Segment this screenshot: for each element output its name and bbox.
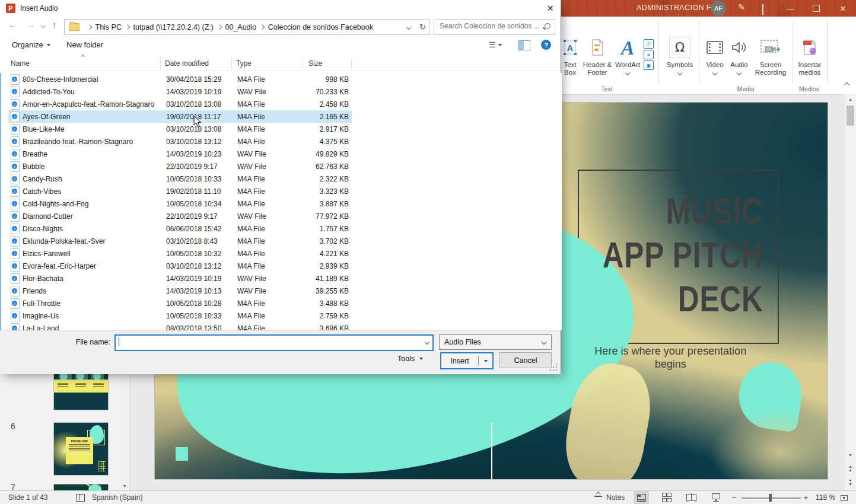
help-button[interactable]: ? <box>541 40 551 50</box>
breadcrumb-current-folder[interactable]: Coleccion de sonidos Facebook <box>268 23 373 31</box>
file-name-dropdown-icon[interactable] <box>425 340 429 344</box>
wordart-button[interactable]: A WordArt <box>613 36 642 76</box>
recent-locations-icon[interactable] <box>41 23 46 28</box>
text-box-button[interactable]: A Text Box <box>559 36 581 76</box>
normal-view-button[interactable] <box>634 491 649 504</box>
scroll-up-icon[interactable]: ▲ <box>845 94 856 104</box>
column-header-type[interactable]: Type <box>236 59 252 68</box>
file-row[interactable]: ♪Friends14/03/2019 10:13WAV File39.255 K… <box>1 285 562 297</box>
file-row[interactable]: ♪Blue-Like-Me03/10/2018 13:08M4A File2.9… <box>1 123 562 135</box>
header-footer-button[interactable]: Header & Footer <box>583 36 612 76</box>
zoom-in-button[interactable]: + <box>803 492 809 502</box>
avatar[interactable]: AF <box>711 1 726 16</box>
slide-number-icon[interactable]: # <box>644 50 654 59</box>
group-label-text: Text <box>571 85 642 92</box>
organize-button[interactable]: Organize <box>12 40 50 49</box>
file-row[interactable]: ♪80s-Cheese-Infomercial30/04/2018 15:29M… <box>1 73 562 85</box>
file-row[interactable]: ♪Disco-Nights06/06/2018 15:42M4A File1.7… <box>1 222 562 235</box>
address-dropdown-icon[interactable] <box>406 24 411 29</box>
file-row[interactable]: ♪Bubble22/10/2019 9:17WAV File62.763 KB <box>1 160 562 173</box>
scroll-down-icon[interactable]: ▼ <box>845 450 856 460</box>
up-icon[interactable]: ↑ <box>52 20 57 30</box>
breadcrumb-00-audio[interactable]: 00_Audio <box>225 23 256 31</box>
view-mode-button[interactable]: ☰ <box>489 40 502 49</box>
file-row[interactable]: ♪Diamond-Cutter22/10/2019 9:17WAV File77… <box>1 210 562 222</box>
file-row[interactable]: ♪Flor-Bachata14/03/2019 10:19WAV File41.… <box>1 272 562 285</box>
file-row[interactable]: ♪Catch-Vibes19/02/2018 11:10M4A File3.32… <box>1 185 562 197</box>
language-indicator[interactable]: Spanish (Spain) <box>92 493 142 502</box>
screen-recording-button[interactable]: Screen Recording <box>751 36 790 76</box>
pen-icon[interactable]: ✎ <box>734 2 749 12</box>
back-icon[interactable]: ← <box>8 20 17 30</box>
thumbnail-slide-6[interactable]: PROBLEM! <box>53 422 109 476</box>
zoom-slider-thumb[interactable] <box>769 494 772 502</box>
datetime-slide-number-object-stack: 🕗 # ▣ <box>644 38 654 71</box>
slide-scrollbar[interactable]: ▲ ▼ ▲▲ ▼▼ <box>845 94 856 490</box>
file-row[interactable]: ♪Amor-en-Acapulco-feat.-Ramon-Stagnaro03… <box>1 98 562 110</box>
file-row[interactable]: ♪La-La-Land08/03/2018 13:50M4A File3.686… <box>1 322 562 330</box>
slideshow-view-button[interactable] <box>708 491 724 504</box>
file-row[interactable]: ♪Breathe14/03/2019 10:23WAV File49.829 K… <box>1 148 562 160</box>
file-row[interactable]: ♪Cold-Nights-and-Fog10/05/2018 10:34M4A … <box>1 197 562 210</box>
file-row[interactable]: ♪Ayes-Of-Green19/02/2018 11:17M4A File2.… <box>1 110 562 123</box>
file-row[interactable]: ♪Imagine-Us10/05/2018 10:33M4A File2.759… <box>1 310 562 322</box>
cancel-button[interactable]: Cancel <box>499 352 552 368</box>
slide-subtitle[interactable]: Here is where your presentation begins <box>578 344 764 371</box>
file-row[interactable]: ♪Full-Throttle10/05/2018 10:28M4A File3.… <box>1 297 562 310</box>
scrollbar-thumb[interactable] <box>847 106 854 126</box>
insert-button[interactable]: Insert <box>440 352 494 369</box>
preview-pane-button[interactable] <box>518 40 530 50</box>
file-type-select[interactable]: Audio Files <box>439 334 552 350</box>
file-name-input[interactable] <box>114 334 434 351</box>
insert-dropdown-icon[interactable] <box>484 360 488 362</box>
search-icon[interactable] <box>545 23 550 29</box>
minimize-button[interactable]: ― <box>777 0 803 17</box>
object-icon[interactable]: ▣ <box>644 60 654 70</box>
file-row[interactable]: ♪Eklunda-Polska-feat.-Sver03/10/2018 8:4… <box>1 235 562 247</box>
tools-button[interactable]: Tools <box>397 355 423 363</box>
slide-title[interactable]: MUSIC APP PITCH DECK <box>603 189 763 321</box>
symbols-button[interactable]: Ω Symbols <box>663 36 696 76</box>
breadcrumb-this-pc[interactable]: This PC <box>96 23 122 31</box>
new-folder-button[interactable]: New folder <box>66 40 103 49</box>
file-list[interactable]: ♪80s-Cheese-Infomercial30/04/2018 15:29M… <box>0 73 562 330</box>
dialog-close-button[interactable]: ✕ <box>540 0 561 17</box>
fit-slide-to-window-icon[interactable] <box>841 495 848 503</box>
file-name-cell: Catch-Vibes <box>23 187 159 196</box>
reading-view-button[interactable] <box>683 491 699 504</box>
video-button[interactable]: Video <box>702 36 727 76</box>
file-row[interactable]: ♪Elzics-Farewell10/05/2018 10:32M4A File… <box>1 247 562 260</box>
maximize-button[interactable] <box>803 0 829 17</box>
file-row[interactable]: ♪Addicted-To-You14/03/2019 10:19WAV File… <box>1 85 562 98</box>
file-row[interactable]: ♪Brazileando-feat.-Ramon-Stagnaro03/10/2… <box>1 135 562 148</box>
audio-file-icon: ♪ <box>11 323 20 330</box>
file-row[interactable]: ♪Candy-Rush10/05/2018 10:33M4A File2.322… <box>1 173 562 185</box>
audio-button[interactable]: Audio <box>728 36 750 76</box>
previous-slide-button[interactable]: ▲▲ <box>845 463 856 475</box>
zoom-level[interactable]: 118 % <box>816 493 835 502</box>
breadcrumb-drive[interactable]: tutpad (\\172.20.2.4) (Z:) <box>133 23 214 31</box>
zoom-out-button[interactable]: − <box>731 492 737 502</box>
column-header-name[interactable]: Name <box>11 59 30 68</box>
forward-icon[interactable]: → <box>26 20 35 30</box>
insert-label: Insert <box>441 357 478 365</box>
spell-check-icon[interactable] <box>76 494 85 503</box>
slide-indicator[interactable]: Slide 1 of 43 <box>8 493 48 502</box>
date-time-icon[interactable]: 🕗 <box>644 39 654 49</box>
ribbon-display-options-icon[interactable] <box>755 5 771 14</box>
notes-button[interactable]: Notes <box>606 493 625 502</box>
search-box[interactable] <box>434 19 555 35</box>
column-header-date[interactable]: Date modified <box>165 59 209 68</box>
collapse-ribbon-icon[interactable] <box>844 82 850 88</box>
refresh-button[interactable]: ↻ <box>416 19 430 35</box>
resize-grip[interactable] <box>549 363 558 371</box>
slide-sorter-view-button[interactable] <box>658 491 674 504</box>
column-header-size[interactable]: Size <box>308 59 322 68</box>
search-input[interactable] <box>438 21 542 31</box>
insert-media-button[interactable]: Insertar medios <box>795 36 825 76</box>
close-window-button[interactable]: ✕ <box>830 0 856 17</box>
address-bar[interactable]: This PC tutpad (\\172.20.2.4) (Z:) 00_Au… <box>64 19 417 35</box>
next-slide-button[interactable]: ▼▼ <box>845 477 856 489</box>
thumbnail-scroll-down-icon[interactable]: ▼ <box>120 481 129 490</box>
file-row[interactable]: ♪Evora-feat.-Eric-Harper03/10/2018 13:12… <box>1 260 562 272</box>
